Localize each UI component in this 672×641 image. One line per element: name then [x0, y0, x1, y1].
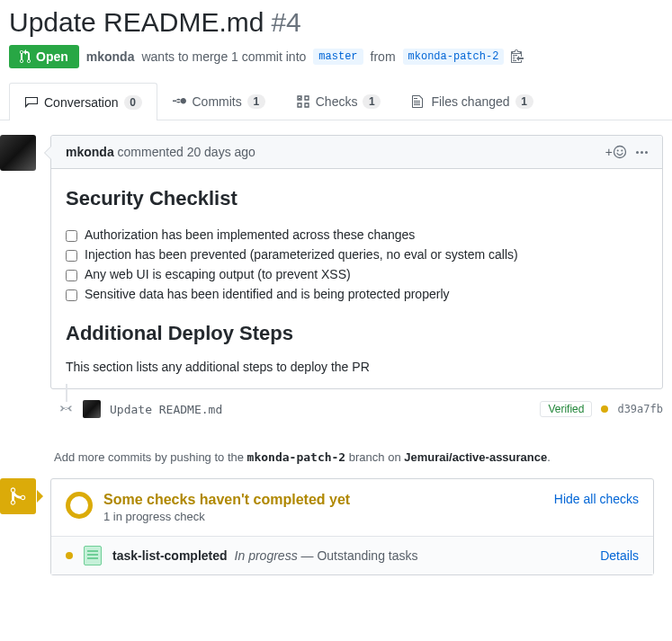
check-details-link[interactable]: Details — [600, 548, 639, 563]
avatar[interactable] — [0, 135, 36, 171]
merge-status-icon — [0, 478, 36, 514]
comment-paragraph: This section lists any additional steps … — [66, 360, 648, 374]
comment-actions-menu[interactable] — [636, 151, 648, 154]
list-item: Sensitive data has been identified and i… — [66, 284, 648, 304]
task-checkbox[interactable] — [66, 250, 77, 262]
check-description: Outstanding tasks — [317, 548, 417, 563]
security-checklist: Authorization has been implemented acros… — [66, 225, 648, 304]
files-changed-count: 1 — [515, 94, 533, 109]
clipboard-copy-icon[interactable] — [511, 49, 524, 66]
comment-heading-security: Security Checklist — [66, 187, 648, 210]
tab-conversation[interactable]: Conversation 0 — [9, 83, 157, 120]
comment-author[interactable]: mkonda — [66, 145, 114, 159]
task-checkbox[interactable] — [66, 289, 77, 301]
commit-sha[interactable]: d39a7fb — [617, 403, 663, 415]
list-item: Injection has been prevented (parameteri… — [66, 245, 648, 264]
svg-point-2 — [621, 150, 623, 152]
checks-summary-title: Some checks haven't completed yet — [103, 492, 543, 508]
tab-files-changed[interactable]: Files changed 1 — [396, 83, 548, 120]
check-status-text: In progress — [235, 548, 298, 563]
pr-tabs: Conversation 0 Commits 1 Checks 1 Files … — [0, 83, 672, 120]
head-branch[interactable]: mkonda-patch-2 — [403, 49, 505, 65]
merge-summary: wants to merge 1 commit into — [141, 49, 306, 64]
commit-status-pending-icon[interactable] — [601, 405, 608, 413]
base-branch[interactable]: master — [313, 49, 363, 65]
checks-box: Some checks haven't completed yet 1 in p… — [50, 478, 654, 575]
comment-timestamp[interactable]: 20 days ago — [187, 145, 255, 159]
check-status-pending-icon — [66, 552, 73, 559]
task-checkbox[interactable] — [66, 230, 77, 242]
comment-heading-deploy: Additional Deploy Steps — [66, 322, 648, 345]
add-reaction-button[interactable]: + — [605, 145, 627, 159]
pr-author[interactable]: mkonda — [86, 49, 135, 64]
comment-box: mkonda commented 20 days ago + Security … — [50, 135, 663, 389]
hide-all-checks-link[interactable]: Hide all checks — [554, 492, 639, 506]
svg-point-1 — [617, 150, 619, 152]
conversation-count: 0 — [124, 95, 142, 110]
state-badge-open: Open — [9, 45, 79, 68]
verified-badge[interactable]: Verified — [540, 401, 592, 417]
check-item: task-list-completed In progress — Outsta… — [51, 537, 653, 574]
checks-count: 1 — [363, 94, 381, 109]
checks-donut-icon — [66, 492, 93, 519]
task-checkbox[interactable] — [66, 270, 77, 281]
pr-title: Update README.md — [9, 7, 264, 38]
commit-message[interactable]: Update README.md — [110, 403, 531, 416]
commits-count: 1 — [247, 94, 265, 109]
push-hint: Add more commits by pushing to the mkond… — [0, 429, 663, 478]
commit-timeline-dot — [59, 402, 74, 416]
check-name[interactable]: task-list-completed — [112, 548, 228, 563]
pr-number: #4 — [271, 7, 300, 38]
svg-point-0 — [614, 147, 626, 158]
tab-checks[interactable]: Checks 1 — [281, 83, 397, 120]
from-text: from — [371, 49, 396, 64]
check-app-icon — [84, 546, 102, 565]
tab-commits[interactable]: Commits 1 — [157, 83, 281, 120]
comment-verb: commented — [118, 145, 184, 159]
avatar[interactable] — [83, 400, 101, 418]
git-pull-request-icon — [20, 49, 32, 64]
checks-summary-subtitle: 1 in progress check — [103, 510, 543, 523]
list-item: Authorization has been implemented acros… — [66, 225, 648, 245]
list-item: Any web UI is escaping output (to preven… — [66, 264, 648, 284]
